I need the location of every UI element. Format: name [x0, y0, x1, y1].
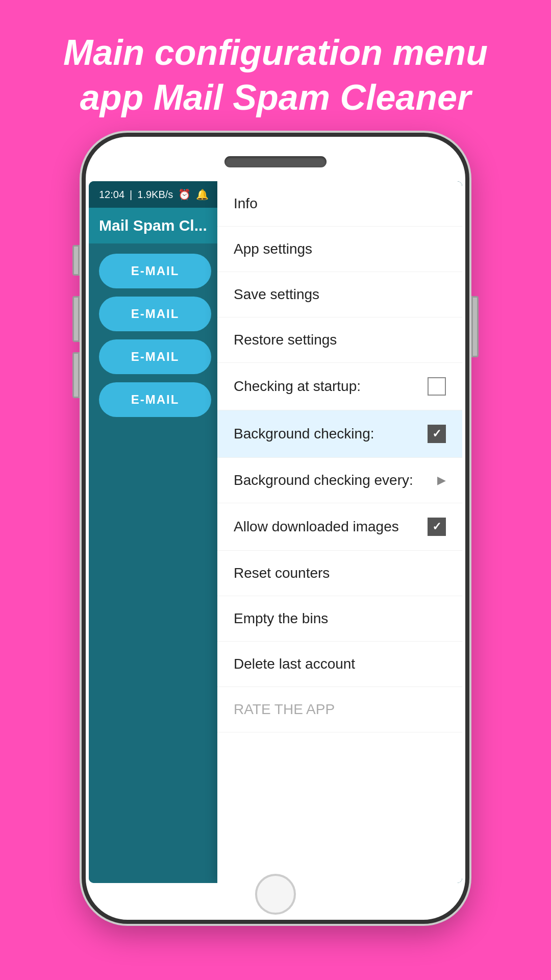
phone-screen: 12:04 | 1.9KB/s ⏰ 🔔 ⚡ 📶 📡 29 Mail Spam C…	[89, 181, 462, 883]
side-button-power	[471, 296, 479, 357]
menu-item-empty-bins-label: Empty the bins	[234, 610, 328, 627]
menu-item-save-settings-label: Save settings	[234, 286, 319, 303]
menu-item-rate-app[interactable]: RATE THE APP	[217, 687, 462, 732]
menu-item-save-settings[interactable]: Save settings	[217, 272, 462, 317]
menu-item-allow-images-label: Allow downloaded images	[234, 519, 399, 535]
side-button-volume-down	[72, 352, 80, 398]
email-button-1[interactable]: E-MAIL	[99, 254, 211, 288]
menu-item-allow-images[interactable]: Allow downloaded images	[217, 503, 462, 551]
menu-item-delete-account[interactable]: Delete last account	[217, 642, 462, 687]
menu-item-app-settings-label: App settings	[234, 241, 312, 257]
menu-item-background-checking[interactable]: Background checking:	[217, 410, 462, 458]
side-button-mute	[72, 245, 80, 276]
email-button-3[interactable]: E-MAIL	[99, 339, 211, 374]
menu-item-background-checking-label: Background checking:	[234, 426, 374, 442]
menu-item-reset-counters[interactable]: Reset counters	[217, 551, 462, 596]
menu-item-checking-startup[interactable]: Checking at startup:	[217, 363, 462, 410]
menu-item-app-settings[interactable]: App settings	[217, 227, 462, 272]
menu-item-info[interactable]: Info	[217, 181, 462, 227]
menu-item-restore-settings-label: Restore settings	[234, 332, 337, 348]
menu-item-empty-bins[interactable]: Empty the bins	[217, 596, 462, 642]
menu-item-rate-app-label: RATE THE APP	[234, 701, 335, 718]
menu-item-delete-account-label: Delete last account	[234, 656, 355, 672]
notification-icon: 🔔	[196, 188, 209, 201]
menu-item-checking-startup-label: Checking at startup:	[234, 378, 361, 395]
status-time: 12:04	[99, 189, 124, 201]
app-title: Mail Spam Cl...	[99, 217, 207, 234]
chevron-right-icon: ▶	[437, 474, 446, 487]
checking-startup-checkbox[interactable]	[428, 377, 446, 396]
side-button-volume-up	[72, 296, 80, 342]
phone-mockup: 12:04 | 1.9KB/s ⏰ 🔔 ⚡ 📶 📡 29 Mail Spam C…	[82, 133, 469, 924]
status-speed: |	[130, 189, 132, 201]
home-button[interactable]	[255, 874, 296, 915]
header-section: Main configuration menu app Mail Spam Cl…	[0, 0, 551, 135]
menu-item-info-label: Info	[234, 195, 258, 212]
background-checking-checkbox[interactable]	[428, 425, 446, 443]
menu-item-background-checking-every[interactable]: Background checking every: ▶	[217, 458, 462, 503]
dropdown-menu: Info App settings Save settings Restore …	[217, 181, 462, 883]
header-title: Main configuration menu app Mail Spam Cl…	[41, 31, 510, 120]
status-network-speed: 1.9KB/s	[137, 189, 173, 201]
allow-images-checkbox[interactable]	[428, 518, 446, 536]
alarm-icon: ⏰	[178, 188, 191, 201]
email-button-2[interactable]: E-MAIL	[99, 297, 211, 331]
email-button-4[interactable]: E-MAIL	[99, 382, 211, 417]
menu-item-reset-counters-label: Reset counters	[234, 565, 330, 581]
menu-item-restore-settings[interactable]: Restore settings	[217, 317, 462, 363]
speaker-grille	[224, 156, 327, 167]
menu-item-background-checking-every-label: Background checking every:	[234, 472, 413, 488]
